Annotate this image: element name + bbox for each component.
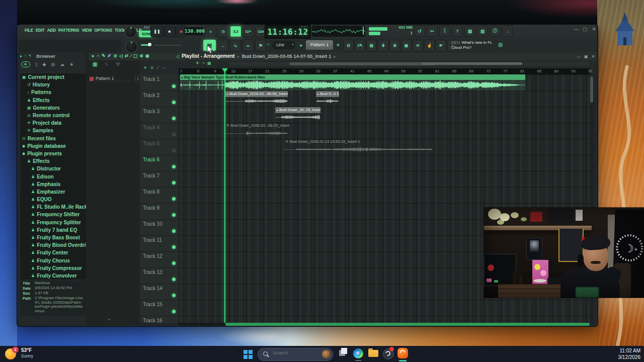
browser-item-plugin-presets[interactable]: ◆Plugin presets — [20, 150, 86, 157]
main-volume-knob[interactable] — [124, 26, 137, 38]
save-icon[interactable]: ▤ — [464, 25, 475, 37]
stop-button[interactable]: ■ — [164, 26, 176, 37]
slope-icon[interactable]: ∕ — [157, 65, 158, 70]
patterns-tab-icon[interactable]: ▦ — [93, 61, 97, 67]
cloud-tab-icon[interactable]: ☁ — [60, 62, 64, 67]
browser-item-plugin-database[interactable]: ◆Plugin database — [20, 142, 86, 150]
track-header[interactable]: Track 3 — [140, 107, 179, 123]
delete-track-icon[interactable]: ✕ — [150, 65, 154, 70]
about-icon[interactable]: ⓘ — [490, 25, 501, 37]
wait-input-icon[interactable]: ◷ — [217, 26, 229, 37]
browser-item-project-data[interactable]: ✛Project data — [20, 119, 86, 127]
playhead-marker[interactable] — [222, 68, 228, 72]
track-header[interactable]: Track 9 — [140, 203, 179, 220]
slide-icon[interactable]: ∿ — [230, 40, 241, 51]
menu-item-file[interactable]: FILE — [25, 28, 33, 33]
browser-item-effects[interactable]: ♟Effects — [20, 97, 86, 104]
menu-item-view[interactable]: VIEW — [82, 28, 92, 33]
plugin-picker-icon[interactable]: Ψ — [413, 40, 423, 51]
plugin-item[interactable]: ♟Fruity Compressor — [20, 264, 86, 272]
paint-tool-icon[interactable]: ✐ — [108, 53, 112, 58]
browser-up-icon[interactable]: ↑ — [24, 54, 26, 58]
audio-clip[interactable]: ▸Bust Down_20..28_Insert 1 — [275, 107, 320, 123]
draw-tool-icon[interactable]: ✎ — [102, 53, 106, 58]
plugin-item[interactable]: ♟Fruity Chorus — [20, 257, 86, 264]
plugin-item[interactable]: ♟Fruity Blood Overdrive — [20, 241, 86, 249]
time-display[interactable]: 11:16:12 B:S:T — [265, 25, 311, 39]
more-icon[interactable]: ⋯ — [162, 65, 166, 70]
delete-tool-icon[interactable]: ⊘ — [113, 53, 117, 58]
track-mute-dot[interactable] — [172, 310, 176, 313]
loop-record-icon[interactable]: Ш+ — [243, 26, 254, 37]
track-header[interactable]: Track 5 — [140, 139, 179, 155]
track-header[interactable]: Track 8 — [140, 187, 179, 204]
save-new-icon[interactable]: ▥ — [477, 25, 488, 37]
browser-item-effects[interactable]: ♟Effects — [20, 157, 86, 165]
magnet-icon[interactable]: ∩ — [97, 53, 100, 58]
menu-item-options[interactable]: OPTIONS — [94, 28, 112, 33]
track-header[interactable]: Track 2 — [140, 90, 179, 107]
piano-roll-icon[interactable]: 3✎ — [355, 40, 365, 51]
track-header[interactable]: Track 1 — [140, 74, 179, 91]
countdown-icon[interactable]: 3,2 — [230, 26, 242, 37]
cut-icon[interactable]: ✂ — [427, 25, 438, 37]
file-explorer-icon[interactable] — [368, 350, 378, 357]
track-mute-dot[interactable] — [172, 133, 176, 136]
track-mute-dot[interactable] — [172, 278, 176, 281]
track-mute-dot[interactable] — [172, 149, 176, 152]
files-tab-icon[interactable]: ▯ — [35, 62, 38, 67]
mini-slider-knob[interactable] — [148, 43, 151, 46]
track-mute-dot[interactable] — [172, 84, 176, 88]
playlist-close-button[interactable]: ✕ — [592, 54, 595, 59]
search-input[interactable] — [272, 349, 314, 356]
monitor-knob[interactable] — [125, 40, 138, 53]
track-header[interactable]: Track 15 — [140, 300, 179, 316]
favorites-tab-icon[interactable]: ★ — [69, 62, 73, 67]
track-header[interactable]: Track 7 — [140, 171, 179, 188]
mixer-icon[interactable]: ⋕ — [378, 40, 388, 51]
start-button[interactable] — [244, 350, 248, 354]
browser-item-generators[interactable]: ▦Generators — [20, 104, 86, 112]
playlist-titlebar[interactable] — [89, 53, 597, 60]
plugin-item[interactable]: ♟Distructor — [20, 165, 86, 172]
track-mute-dot[interactable] — [172, 197, 176, 201]
undo-icon[interactable]: ↺ — [414, 25, 425, 37]
playlist-toggle-icon[interactable]: ▣ — [401, 40, 412, 51]
export-icon[interactable]: ↓ — [502, 25, 513, 37]
metronome-icon[interactable]: ⌅ — [205, 26, 216, 37]
help-icon[interactable]: ? — [452, 25, 463, 37]
audio-clip[interactable]: ✕ Bust Down_2026-01-14 13-53-15_Insert 1 — [284, 139, 433, 155]
fl-studio-taskbar-icon[interactable] — [397, 348, 408, 358]
plugin-item[interactable]: ♟Frequency Splitter — [20, 219, 86, 226]
note-link-icon[interactable]: ∞ — [243, 40, 254, 51]
mute-tool-icon[interactable]: ◁ — [119, 53, 123, 58]
channel-rack-icon[interactable]: ▤ — [366, 40, 377, 51]
plugin-item[interactable]: ♟Fruity Center — [20, 249, 86, 256]
playback-marker-button[interactable]: ▸ — [297, 40, 305, 51]
pattern-list-item[interactable]: Pattern 1 — [89, 76, 139, 82]
track-mute-dot[interactable] — [172, 261, 176, 265]
plugin-item[interactable]: ♟Fruity Bass Boost — [20, 234, 86, 241]
browser-item-patterns[interactable]: ♪Patterns — [20, 88, 86, 96]
content-tab-icon[interactable]: ◍ — [51, 62, 55, 67]
track-header[interactable]: Track 11 — [140, 235, 179, 252]
browser-toggle-icon[interactable]: ⊞ — [389, 40, 400, 51]
mic-icon[interactable]: ⌶ — [439, 25, 450, 37]
browser-item-recent-files[interactable]: ⊡Recent files — [20, 135, 86, 142]
track-header[interactable]: Track 13 — [140, 267, 179, 284]
hint-pointer-icon[interactable]: ☛ — [436, 40, 446, 51]
browser-item-remote-control[interactable]: ◎Remote control — [20, 112, 86, 119]
edge-browser-icon[interactable] — [353, 348, 363, 358]
track-header[interactable]: Track 12 — [140, 251, 179, 268]
plugins-tab-icon[interactable]: ◆ — [43, 62, 46, 67]
track-header[interactable]: Track 10 — [140, 219, 179, 236]
follow-icon[interactable]: ⤳ — [202, 61, 205, 66]
menu-item-add[interactable]: ADD — [47, 28, 56, 33]
bottom-scrollbar[interactable] — [179, 323, 590, 326]
audio-clip[interactable]: ▸Bust D..rt 1 — [316, 90, 339, 107]
slice-tool-icon[interactable]: ∕ — [130, 53, 131, 58]
tempo-display[interactable]: 130.000 — [185, 27, 203, 35]
locate-icon[interactable]: ✛ — [196, 61, 199, 66]
browser-item-samples[interactable]: ✛Samples — [20, 127, 86, 134]
track-mute-dot[interactable] — [172, 294, 176, 297]
